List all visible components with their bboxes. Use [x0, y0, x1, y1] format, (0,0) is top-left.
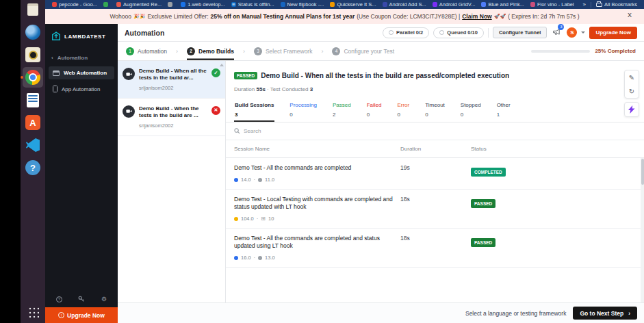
- session-name: Demo Test - All the commands are complet…: [234, 235, 395, 250]
- divider: [488, 28, 489, 38]
- tab-other[interactable]: Other1: [496, 99, 511, 122]
- detail-meta: Duration 55s · Test Conducted 3: [234, 86, 636, 92]
- user-avatar[interactable]: S: [567, 27, 577, 38]
- step-number: 1: [126, 47, 134, 55]
- refresh-icon[interactable]: ↻: [625, 84, 639, 98]
- bookmark-item[interactable]: [168, 2, 175, 7]
- vscode-icon[interactable]: [24, 136, 42, 154]
- all-bookmarks-label: All Bookmarks: [604, 1, 637, 8]
- bookmarks-overflow-chevron[interactable]: »: [583, 1, 586, 8]
- all-bookmarks-button[interactable]: All Bookmarks: [596, 1, 637, 8]
- bookmark-item[interactable]: Augmented Re...: [116, 1, 162, 8]
- build-list-item[interactable]: Demo Build - When all the tests in the b…: [118, 61, 225, 99]
- bookmark-item[interactable]: [103, 2, 110, 7]
- table-row[interactable]: Demo Test - All the commands are complet…: [226, 229, 644, 268]
- tab-count: 0: [461, 112, 481, 118]
- help-circle-icon[interactable]: ?: [56, 296, 62, 302]
- footer-bar: Select a language or testing framework G…: [118, 302, 644, 323]
- show-applications-icon[interactable]: [27, 306, 39, 318]
- step-automation[interactable]: 1Automation: [126, 42, 167, 60]
- step-select-framework[interactable]: 3Select Framework: [254, 42, 313, 60]
- duration-label: Duration: [234, 86, 255, 92]
- favicon: [103, 2, 108, 7]
- step-configure-test[interactable]: 4Configure your Test: [332, 42, 394, 60]
- party-popper-icon: 🎉🎉: [133, 14, 145, 19]
- upgrade-now-button[interactable]: Upgrade Now: [589, 27, 637, 39]
- ai-edit-icon[interactable]: ✎: [625, 70, 639, 84]
- tab-processing[interactable]: Processing0: [289, 99, 318, 122]
- tab-label: Processing: [289, 102, 317, 108]
- tab-build-sessions[interactable]: Build Sessions3: [234, 99, 274, 122]
- progress-label: 25% Completed: [595, 48, 636, 54]
- table-row[interactable]: Demo Test - All the commands are complet…: [226, 158, 644, 190]
- bolt-icon: [628, 105, 635, 114]
- step-number: 4: [332, 47, 340, 55]
- favicon: [383, 2, 387, 7]
- build-list-item[interactable]: Demo Build - When the tests in the build…: [118, 99, 225, 136]
- sidebar-item-web-automation[interactable]: Web Automation: [49, 66, 114, 79]
- bookmark-item[interactable]: Blue and Pink...: [481, 1, 524, 8]
- vertical-scrollbar[interactable]: [641, 158, 644, 302]
- tab-error[interactable]: Error0: [396, 99, 410, 122]
- favicon: [330, 2, 335, 7]
- libreoffice-writer-icon[interactable]: [24, 91, 42, 109]
- bookmark-label: Flor vino - Label: [537, 1, 574, 8]
- bookmark-label: Android GridV...: [439, 1, 476, 8]
- files-icon[interactable]: [24, 1, 42, 18]
- bookmark-item[interactable]: Android Add S...: [383, 1, 426, 8]
- session-search-input[interactable]: Search: [226, 122, 644, 140]
- bookmark-item[interactable]: inStatus is offlin...: [231, 1, 274, 8]
- go-to-next-step-button[interactable]: Go to Next Step ›: [573, 307, 637, 320]
- top-bar: Automation Parallel 0/2 Queued 0/10 Conf…: [118, 24, 644, 42]
- tab-label: Stopped: [461, 102, 481, 108]
- parallel-status-pill[interactable]: Parallel 0/2: [383, 27, 429, 38]
- sidebar-item-app-automation[interactable]: App Automation: [49, 82, 114, 96]
- banner-intro: Wohooo: [110, 13, 131, 20]
- tests-conducted-label: Test Conducted: [270, 86, 309, 92]
- help-icon[interactable]: ?: [24, 159, 42, 177]
- sidebar-section-automation[interactable]: ‹ Automation: [45, 51, 118, 65]
- scrollbar-thumb[interactable]: [641, 159, 644, 185]
- lambdatest-logo[interactable]: LAMBDATEST: [45, 24, 118, 51]
- session-rows: Demo Test - All the commands are complet…: [226, 158, 644, 302]
- tab-timeout[interactable]: Timeout0: [424, 99, 446, 122]
- queued-status-pill[interactable]: Queued 0/10: [433, 27, 484, 38]
- key-icon[interactable]: [78, 296, 85, 302]
- search-placeholder: Search: [244, 128, 261, 134]
- claim-now-link[interactable]: Claim Now: [462, 13, 491, 20]
- sidebar-upgrade-button[interactable]: ↑ Upgrade Now: [45, 307, 118, 323]
- tab-count: 0: [397, 112, 409, 118]
- rocket-icon: 🚀🚀: [494, 14, 506, 19]
- banner-close-button[interactable]: X: [628, 12, 632, 18]
- quick-run-bolt-icon[interactable]: [625, 103, 639, 116]
- tests-conducted-value: 3: [310, 86, 313, 92]
- bookmark-item[interactable]: New flipbook -...: [281, 1, 324, 8]
- bookmark-item[interactable]: Android GridV...: [433, 1, 476, 8]
- tab-passed[interactable]: Passed2: [332, 99, 352, 122]
- status-badge: PASSED: [471, 238, 495, 247]
- chrome-running-indicator: [21, 76, 23, 79]
- configure-tunnel-button[interactable]: Configure Tunnel: [493, 27, 548, 38]
- scroll-up-arrow-icon[interactable]: [220, 64, 224, 66]
- build-title: Demo Build - When all the tests in the b…: [139, 68, 207, 82]
- bookmark-item[interactable]: 1.web develop...: [181, 1, 225, 8]
- settings-gear-icon[interactable]: ⚙: [101, 296, 107, 302]
- table-row[interactable]: Demo Test - Local Testing with commands …: [226, 190, 644, 229]
- rhythmbox-icon[interactable]: [24, 46, 42, 64]
- thunderbird-icon[interactable]: [24, 23, 42, 41]
- avatar-chevron-down-icon[interactable]: [581, 31, 585, 34]
- tab-failed[interactable]: Failed0: [366, 99, 383, 122]
- favicon: [181, 2, 185, 7]
- bookmark-item[interactable]: Flor vino - Label: [530, 1, 574, 8]
- announcements-icon[interactable]: 3: [552, 27, 561, 39]
- chrome-icon[interactable]: [24, 68, 42, 86]
- search-icon: [234, 128, 240, 134]
- step-demo-builds[interactable]: 2Demo Builds: [187, 42, 234, 60]
- tab-stopped[interactable]: Stopped0: [460, 99, 482, 122]
- bookmark-item[interactable]: pepcode - Goo...: [52, 1, 97, 8]
- sidebar-section-label: Automation: [57, 55, 88, 61]
- app-store-icon[interactable]: A: [24, 114, 42, 131]
- macos-icon: [258, 256, 262, 260]
- browser-icon: [234, 178, 238, 182]
- bookmark-item[interactable]: Quickserve It S...: [330, 1, 376, 8]
